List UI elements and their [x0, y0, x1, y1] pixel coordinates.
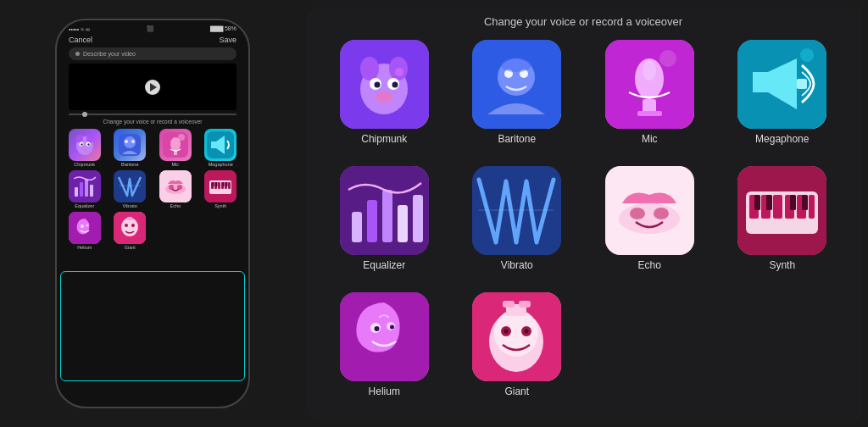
phone-voice-grid-row2: Equalizer Vibrato	[57, 170, 248, 208]
voice-item-vibrato[interactable]: Vibrato	[455, 166, 580, 286]
phone-progress-slider[interactable]	[69, 114, 236, 115]
phone-play-button[interactable]	[145, 80, 160, 95]
svg-point-100	[390, 325, 394, 330]
svg-point-14	[178, 134, 185, 141]
phone-grid-item-baritone[interactable]: Baritone	[109, 129, 152, 167]
voice-icon-giant	[472, 292, 561, 381]
svg-rect-74	[367, 200, 377, 242]
phone-grid-item-megaphone[interactable]: Megaphone	[200, 129, 242, 167]
phone-grid-item-chipmunk[interactable]: Chipmunk	[64, 129, 106, 167]
voice-icon-baritone	[472, 40, 561, 129]
svg-point-45	[131, 224, 135, 227]
voice-effects-grid-row3: Helium Giant	[322, 292, 844, 412]
svg-rect-73	[352, 212, 362, 242]
voice-item-echo[interactable]: Echo	[587, 166, 712, 286]
phone-icon-echo	[159, 170, 192, 202]
phone-grid-item-giant[interactable]: Giant	[109, 212, 152, 250]
phone-label-chipmunk: Chipmunk	[74, 162, 95, 167]
voice-item-baritone[interactable]: Baritone	[455, 40, 580, 159]
voice-label-baritone: Baritone	[498, 133, 536, 145]
svg-point-66	[643, 60, 656, 80]
phone-describe-text: Describe your video	[83, 51, 136, 57]
voice-label-echo: Echo	[638, 259, 661, 271]
svg-point-53	[374, 82, 380, 88]
svg-rect-65	[637, 111, 662, 116]
right-panel: Change your voice or record a voiceover	[305, 7, 861, 420]
voice-label-helium: Helium	[369, 385, 400, 397]
svg-point-107	[525, 330, 529, 334]
phone-label-helium: Helium	[77, 245, 92, 250]
grid-spacer-1	[587, 292, 712, 412]
voice-item-mic[interactable]: Mic	[587, 40, 712, 159]
voice-icon-megaphone	[737, 40, 826, 129]
voice-item-helium[interactable]: Helium	[322, 292, 447, 412]
phone-header: Cancel Save	[57, 34, 248, 47]
voice-icon-chipmunk	[340, 40, 429, 129]
phone-status-left: ••••• ≈ ∞	[69, 26, 90, 32]
voice-label-giant: Giant	[504, 385, 529, 397]
svg-point-1	[76, 135, 83, 143]
voice-item-equalizer[interactable]: Equalizer	[322, 166, 447, 286]
svg-point-71	[800, 48, 814, 62]
phone-grid-empty-1	[154, 212, 197, 250]
svg-rect-77	[413, 195, 423, 242]
svg-rect-76	[398, 205, 408, 242]
svg-rect-22	[114, 170, 146, 202]
phone-icon-synth	[204, 170, 236, 202]
phone-mockup-panel: ••••• ≈ ∞ ⬛ ▇▇▇ 58% Cancel Save Describe…	[0, 0, 305, 427]
svg-point-67	[659, 50, 676, 67]
phone-grid-item-synth[interactable]: Synth	[200, 170, 242, 208]
phone-highlight-box	[60, 271, 245, 381]
svg-point-56	[395, 68, 403, 76]
phone-cancel-button[interactable]: Cancel	[69, 36, 92, 44]
voice-item-chipmunk[interactable]: Chipmunk	[322, 40, 447, 159]
voice-label-vibrato: Vibrato	[501, 259, 533, 271]
svg-point-54	[392, 82, 398, 88]
svg-point-81	[619, 203, 680, 234]
voice-icon-vibrato	[472, 166, 561, 255]
phone-grid-item-mic[interactable]: Mic	[154, 129, 197, 167]
phone-label-mic: Mic	[171, 162, 179, 167]
svg-point-6	[87, 143, 89, 145]
phone-status-right: ▇▇▇ 58%	[210, 25, 236, 32]
svg-point-82	[630, 208, 645, 219]
phone-save-button[interactable]: Save	[219, 36, 236, 44]
svg-rect-70	[797, 79, 807, 89]
voice-icon-helium	[340, 292, 429, 381]
svg-point-24	[165, 184, 186, 194]
svg-point-83	[654, 208, 669, 219]
phone-grid-item-helium[interactable]: Helium	[64, 212, 106, 250]
phone-icon-baritone	[114, 129, 146, 161]
svg-point-44	[125, 224, 128, 227]
voice-icon-mic	[605, 40, 694, 129]
voice-item-megaphone[interactable]: Megaphone	[721, 40, 845, 159]
phone-video-area[interactable]	[69, 64, 236, 110]
phone-label-vibrato: Vibrato	[123, 203, 137, 208]
voice-item-synth[interactable]: Synth	[721, 166, 845, 286]
svg-rect-93	[766, 195, 772, 210]
voice-item-giant[interactable]: Giant	[455, 292, 580, 412]
svg-point-106	[504, 330, 509, 334]
page-title: Change your voice or record a voiceover	[322, 15, 844, 28]
svg-rect-46	[127, 217, 132, 220]
svg-rect-64	[643, 99, 656, 113]
phone-voice-label: Change your voice or record a voiceover	[57, 119, 248, 125]
voice-label-megaphone: Megaphone	[755, 133, 809, 145]
voice-label-chipmunk: Chipmunk	[361, 133, 407, 145]
voice-icon-synth	[737, 166, 826, 255]
phone-grid-item-vibrato[interactable]: Vibrato	[109, 170, 152, 208]
phone-grid-item-equalizer[interactable]: Equalizer	[64, 170, 106, 208]
phone-label-equalizer: Equalizer	[75, 203, 94, 208]
svg-rect-38	[226, 182, 228, 186]
phone-icon-helium	[69, 212, 101, 244]
svg-point-41	[86, 225, 88, 227]
grid-spacer-2	[721, 292, 845, 412]
phone-icon-mic	[159, 129, 192, 161]
phone-grid-item-echo[interactable]: Echo	[154, 170, 197, 208]
svg-rect-36	[216, 182, 218, 186]
voice-label-synth: Synth	[769, 259, 795, 271]
describe-dot-icon	[75, 52, 80, 56]
phone-frame: ••••• ≈ ∞ ⬛ ▇▇▇ 58% Cancel Save Describe…	[55, 19, 250, 408]
svg-point-9	[125, 140, 128, 143]
voice-effects-grid-row2: Equalizer Vibrato	[322, 166, 844, 286]
